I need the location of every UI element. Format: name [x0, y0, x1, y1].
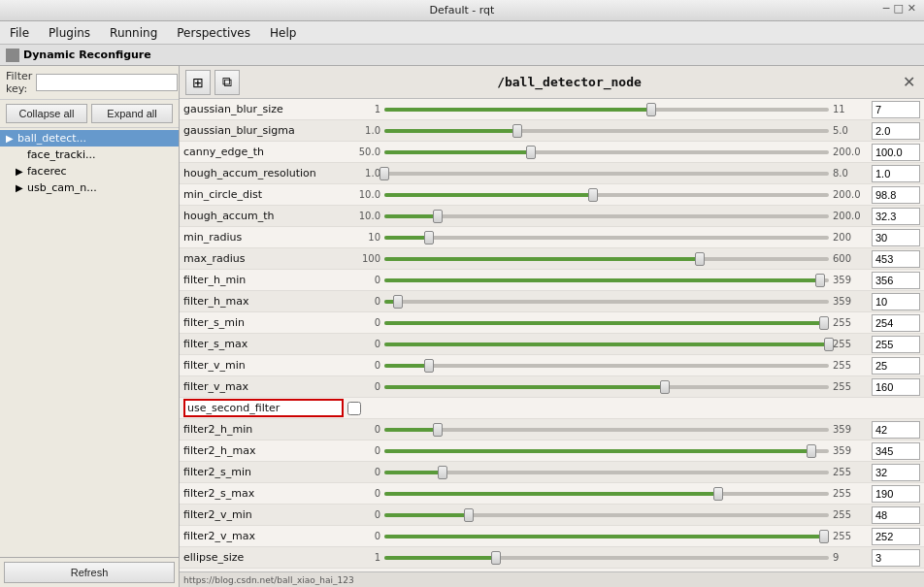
copy-icon-button[interactable]: ⧉	[214, 70, 240, 95]
slider-thumb[interactable]	[588, 188, 598, 202]
slider-container[interactable]	[384, 274, 829, 287]
slider-thumb[interactable]	[660, 380, 670, 394]
tree-item-ball-detect[interactable]: ▶ ball_detect...	[0, 130, 179, 147]
param-max: 255	[833, 488, 872, 499]
slider-container[interactable]	[384, 103, 829, 116]
slider-container[interactable]	[384, 444, 829, 458]
slider-container[interactable]	[384, 423, 829, 437]
minimize-btn[interactable]: ─	[883, 2, 890, 15]
slider-container[interactable]	[384, 530, 829, 543]
main-panel: ⊞ ⧉ /ball_detector_node ✕ gaussian_blur_…	[180, 66, 924, 587]
slider-thumb[interactable]	[438, 466, 447, 479]
menu-perspectives[interactable]: Perspectives	[171, 24, 256, 42]
slider-container[interactable]	[384, 252, 829, 266]
tree-item-face-track[interactable]: face_tracki...	[0, 147, 179, 163]
tree-item-usb-cam[interactable]: ▶ usb_cam_n...	[0, 179, 179, 196]
restore-btn[interactable]: □	[893, 2, 903, 15]
param-value-input[interactable]	[872, 506, 920, 524]
param-value-input[interactable]	[872, 165, 920, 182]
slider-fill	[384, 257, 700, 261]
slider-thumb[interactable]	[646, 103, 656, 116]
param-value-input[interactable]	[872, 528, 920, 545]
param-value-input[interactable]	[872, 378, 920, 396]
param-value-input[interactable]	[872, 229, 920, 246]
param-min: 0	[344, 509, 380, 520]
menu-plugins[interactable]: Plugins	[43, 24, 96, 42]
slider-container[interactable]	[384, 210, 829, 223]
close-btn[interactable]: ✕	[908, 2, 916, 15]
slider-container[interactable]	[384, 359, 829, 373]
slider-thumb[interactable]	[807, 444, 816, 458]
slider-container[interactable]	[384, 338, 829, 351]
slider-track	[384, 108, 829, 112]
slider-thumb[interactable]	[695, 252, 705, 266]
slider-thumb[interactable]	[433, 423, 443, 437]
slider-container[interactable]	[384, 146, 829, 159]
slider-thumb[interactable]	[380, 167, 389, 180]
param-value-input[interactable]	[872, 293, 920, 310]
param-value-input[interactable]	[872, 272, 920, 289]
tree-item-facerec[interactable]: ▶ facerec	[0, 163, 179, 179]
slider-container[interactable]	[384, 466, 829, 479]
slider-thumb[interactable]	[433, 210, 443, 223]
slider-container[interactable]	[384, 295, 829, 309]
slider-thumb[interactable]	[424, 359, 434, 373]
slider-thumb[interactable]	[824, 338, 834, 351]
slider-container[interactable]	[384, 508, 829, 522]
slider-thumb[interactable]	[815, 274, 825, 287]
grid-icon-button[interactable]: ⊞	[185, 70, 211, 95]
slider-container[interactable]	[384, 380, 829, 394]
param-row: filter_h_max 0 359	[180, 291, 924, 312]
param-value-input[interactable]	[872, 336, 920, 353]
slider-thumb[interactable]	[424, 231, 434, 245]
refresh-button[interactable]: Refresh	[4, 562, 175, 583]
param-max: 11	[833, 104, 872, 114]
expand-all-button[interactable]: Expand all	[91, 104, 173, 123]
menu-running[interactable]: Running	[104, 24, 163, 42]
param-value-input[interactable]	[872, 186, 920, 204]
menu-file[interactable]: File	[4, 24, 35, 42]
param-value-input[interactable]	[872, 549, 920, 567]
slider-thumb[interactable]	[464, 508, 474, 522]
slider-thumb[interactable]	[526, 146, 536, 159]
slider-container[interactable]	[384, 188, 829, 202]
url-text: https://blog.csdn.net/ball_xiao_hai_123	[183, 575, 354, 585]
param-row: filter_h_min 0 359	[180, 270, 924, 291]
grid-icon: ⊞	[192, 75, 204, 90]
slider-container[interactable]	[384, 487, 829, 501]
filter-input[interactable]	[36, 74, 178, 91]
slider-thumb[interactable]	[491, 551, 501, 565]
slider-thumb[interactable]	[393, 295, 403, 309]
param-min: 0	[344, 381, 380, 392]
param-value-input[interactable]	[872, 144, 920, 161]
slider-thumb[interactable]	[819, 316, 829, 330]
param-value-input[interactable]	[872, 314, 920, 332]
slider-fill	[384, 471, 443, 474]
slider-container[interactable]	[384, 124, 829, 138]
slider-container[interactable]	[384, 167, 829, 180]
param-value-input[interactable]	[872, 357, 920, 375]
slider-thumb[interactable]	[819, 530, 829, 543]
tree-item-label: usb_cam_n...	[27, 181, 97, 194]
collapse-all-button[interactable]: Collapse all	[6, 104, 87, 123]
tree-arrow: ▶	[16, 182, 25, 193]
menu-help[interactable]: Help	[264, 24, 302, 42]
slider-container[interactable]	[384, 231, 829, 245]
param-value-input[interactable]	[872, 421, 920, 439]
param-value-input[interactable]	[872, 250, 920, 268]
param-name: min_circle_dist	[183, 188, 344, 201]
collapse-expand-row: Collapse all Expand all	[0, 100, 179, 128]
param-value-input[interactable]	[872, 485, 920, 503]
param-checkbox[interactable]	[347, 402, 361, 415]
param-name: filter_h_max	[183, 295, 344, 308]
close-panel-button[interactable]: ✕	[899, 73, 918, 92]
param-value-input[interactable]	[872, 122, 920, 140]
param-value-input[interactable]	[872, 101, 920, 118]
param-value-input[interactable]	[872, 442, 920, 460]
param-value-input[interactable]	[872, 464, 920, 481]
slider-container[interactable]	[384, 551, 829, 565]
slider-container[interactable]	[384, 316, 829, 330]
slider-thumb[interactable]	[512, 124, 522, 138]
param-value-input[interactable]	[872, 208, 920, 225]
slider-thumb[interactable]	[713, 487, 723, 501]
